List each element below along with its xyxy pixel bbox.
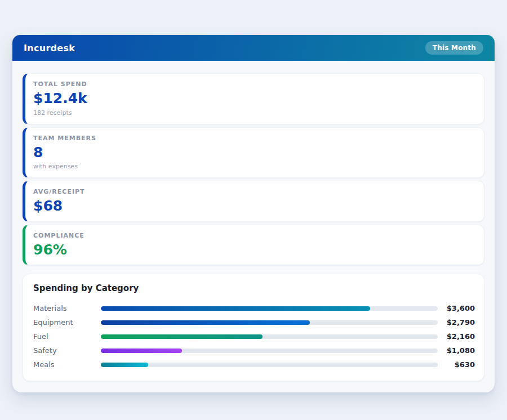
dashboard-container: Incurdesk This Month TOTAL SPEND$12.4k18…	[12, 35, 495, 392]
app-title: Incurdesk	[24, 43, 75, 53]
stat-label: TEAM MEMBERS	[33, 135, 474, 142]
stat-label: AVG/RECEIPT	[33, 188, 474, 195]
category-label: Materials	[33, 304, 101, 312]
category-value: $1,080	[438, 346, 475, 355]
category-value: $2,790	[438, 318, 475, 327]
category-label: Safety	[33, 346, 101, 355]
period-badge-button[interactable]: This Month	[425, 41, 483, 55]
bar-track	[101, 348, 438, 353]
chart-rows: Materials$3,600Equipment$2,790Fuel$2,160…	[33, 301, 475, 372]
bar-track	[101, 363, 438, 367]
bar-fill	[101, 348, 182, 353]
bar-fill	[101, 320, 310, 325]
bar-fill	[101, 334, 263, 339]
stat-label: COMPLIANCE	[33, 232, 474, 239]
chart-row: Materials$3,600	[33, 301, 475, 315]
stat-card: AVG/RECEIPT$68	[23, 181, 484, 222]
stat-subtext: with expenses	[33, 163, 474, 170]
stat-value: 8	[33, 145, 474, 160]
chart-row: Equipment$2,790	[33, 315, 475, 329]
chart-row: Meals$630	[33, 358, 475, 372]
category-value: $630	[438, 360, 475, 369]
stat-value: $12.4k	[33, 91, 474, 106]
stat-card: COMPLIANCE96%	[23, 225, 484, 266]
stat-subtext: 182 receipts	[33, 109, 474, 117]
category-value: $3,600	[438, 304, 475, 312]
stat-card: TOTAL SPEND$12.4k182 receipts	[23, 73, 484, 124]
stat-label: TOTAL SPEND	[33, 81, 474, 88]
chart-row: Safety$1,080	[33, 343, 475, 358]
chart-title: Spending by Category	[33, 283, 475, 293]
category-label: Equipment	[33, 318, 101, 327]
app-header: Incurdesk This Month	[12, 35, 495, 61]
stat-card: TEAM MEMBERS8with expenses	[23, 127, 484, 178]
page: { "header": { "title": "Incurdesk", "bad…	[0, 0, 507, 420]
category-value: $2,160	[438, 332, 475, 341]
bar-fill	[101, 363, 148, 367]
category-label: Fuel	[33, 332, 101, 341]
content-area: TOTAL SPEND$12.4k182 receiptsTEAM MEMBER…	[12, 61, 495, 381]
stats-section: TOTAL SPEND$12.4k182 receiptsTEAM MEMBER…	[23, 73, 484, 265]
bar-track	[101, 334, 438, 339]
bar-fill	[101, 306, 370, 311]
stat-value: $68	[33, 198, 474, 214]
stat-value: 96%	[33, 242, 474, 258]
bar-track	[101, 306, 438, 311]
chart-row: Fuel$2,160	[33, 329, 475, 343]
chart-card: Spending by Category Materials$3,600Equi…	[23, 274, 484, 381]
category-label: Meals	[33, 360, 101, 369]
bar-track	[101, 320, 438, 325]
